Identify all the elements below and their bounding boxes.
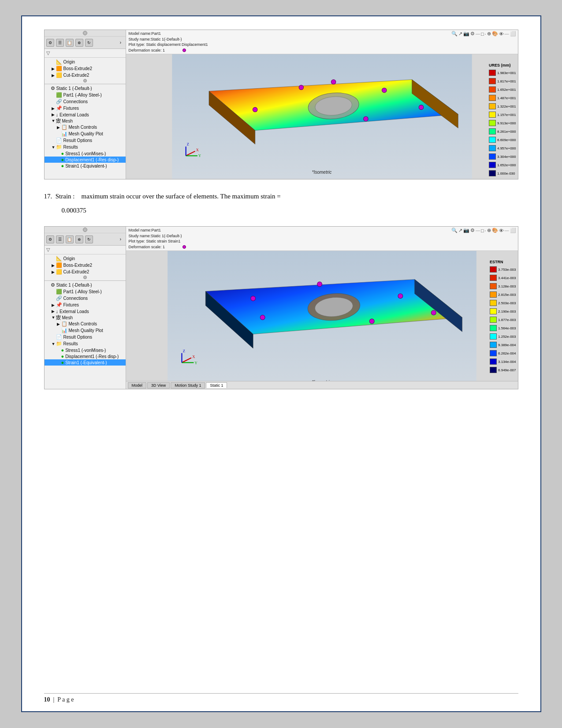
tree-item-mesh-quality[interactable]: 📊 Mesh Quality Plot — [45, 131, 126, 137]
vt-color1-icon[interactable]: 🎨 — [492, 31, 498, 37]
filter2-icon: ▽ — [46, 247, 50, 253]
connections-icon: 🔗 — [56, 99, 62, 105]
leg2-val-6: 1.877e-003 — [498, 318, 516, 322]
tree2-item-boss[interactable]: ▶ 🟧 Boss-Extrude2 — [45, 262, 126, 269]
vt-cube-icon[interactable]: □ — [481, 31, 484, 37]
tree-item-strain1[interactable]: ● Strain1 (-Equivalent-) — [45, 163, 126, 169]
tree2-icon-view[interactable]: 📋 — [66, 235, 74, 243]
tab-motion[interactable]: Motion Study 1 — [171, 382, 205, 388]
vt2-arrow-icon[interactable]: ⊕ — [487, 228, 491, 233]
vt-screen-icon[interactable]: ⬜ — [510, 31, 516, 37]
vt-search-icon[interactable]: 🔍 — [451, 31, 458, 37]
vt-dot-icon[interactable]: · — [485, 31, 486, 37]
le-swatch-9 — [489, 145, 496, 151]
vt2-cursor-icon[interactable]: ↗ — [458, 228, 462, 233]
tree2-item-stress1[interactable]: ● Stress1 (-vonMises-) — [45, 347, 126, 353]
tree2-item-mesh[interactable]: ▼ 🕸 Mesh — [45, 314, 126, 321]
tree-icon-refresh[interactable]: ↻ — [85, 39, 93, 47]
vt2-eye-icon[interactable]: 👁 — [499, 228, 504, 233]
vt-cursor-icon[interactable]: ↗ — [458, 31, 462, 37]
vt2-cube-icon[interactable]: □ — [481, 228, 484, 233]
svg-text:X: X — [192, 355, 195, 359]
tree-item-stress1[interactable]: ● Stress1 (-vonMises-) — [45, 150, 126, 157]
leg2-row-1: 3.441e-003 — [490, 274, 516, 282]
svg-point-6 — [299, 86, 303, 90]
tree-item-mesh-controls[interactable]: ▶ 📋 Mesh Controls — [45, 124, 126, 131]
disp1-icon: ● — [61, 157, 64, 162]
strain-value: 0.000375 — [62, 205, 518, 216]
vt-eye-icon[interactable]: 👁 — [499, 31, 504, 37]
tree-item-connections[interactable]: 🔗 Connections — [45, 98, 126, 105]
tree2-item-fixtures[interactable]: ▶ 📌 Fixtures — [45, 302, 126, 308]
tab-static1[interactable]: Static 1 — [206, 382, 227, 388]
leg2-val-5: 2.190e-003 — [498, 310, 516, 314]
tree-item-fixtures[interactable]: ▶ 📌 Fixtures — [45, 105, 126, 112]
tree2-icon-refresh[interactable]: ↻ — [85, 235, 93, 243]
tree2-item-static1[interactable]: ⚙ Static 1 (-Default-) — [45, 282, 126, 288]
tree-item-static1[interactable]: ⚙ Static 1 (-Default-) — [45, 85, 126, 92]
tab-model[interactable]: Model — [128, 382, 147, 388]
vt-camera-icon[interactable]: 📷 — [463, 31, 469, 37]
tree-expand-arrow[interactable]: › — [118, 39, 124, 47]
legend-2: ESTRN 3.753e-003 3.441e-003 3.128e-003 2… — [490, 260, 516, 374]
tab-3dview[interactable]: 3D View — [147, 382, 170, 388]
leg2-val-12: 6.949e-007 — [498, 368, 516, 372]
tree-item-displacement1[interactable]: ● Displacement1 (-Res disp-) — [45, 157, 126, 163]
tree-body-2: 📐 Origin ▶ 🟧 Boss-Extrude2 ▶ 🟨 Cut-Extru… — [45, 254, 126, 389]
vt-gear-icon[interactable]: ⚙ — [470, 31, 475, 37]
tree2-icon-list[interactable]: ☰ — [56, 235, 64, 243]
tree-item-boss[interactable]: ▶ 🟧 Boss-Extrude2 — [45, 65, 126, 72]
leg2-row-0: 3.753e-003 — [490, 265, 516, 273]
tree2-item-extloads[interactable]: ▶ ↓ External Loads — [45, 308, 126, 314]
cut2-arrow: ▶ — [52, 270, 56, 274]
vt2-search-icon[interactable]: 🔍 — [451, 228, 458, 233]
tree-icon-settings[interactable]: ⚙ — [46, 39, 54, 47]
tree2-icon-settings[interactable]: ⚙ — [46, 235, 54, 243]
vt2-camera-icon[interactable]: 📷 — [463, 228, 469, 233]
viewport-1: Model name:Part1 Study name:Static 1(-De… — [126, 30, 518, 179]
vt-arrow-icon[interactable]: ⊕ — [487, 31, 491, 37]
tree-icon-list[interactable]: ☰ — [56, 39, 64, 47]
tree2-item-origin[interactable]: 📐 Origin — [45, 255, 126, 262]
tree2-item-strain1[interactable]: ● Strain1 (-Equivalent-) — [45, 359, 126, 366]
s2-icon: ● — [61, 347, 64, 353]
vt2-screen-icon[interactable]: ⬜ — [510, 228, 516, 233]
tree2-item-cut[interactable]: ▶ 🟨 Cut-Extrude2 — [45, 269, 126, 275]
page-number: 10 — [44, 696, 50, 703]
tree-icon-view[interactable]: 📋 — [66, 39, 74, 47]
leg2-row-4: 2.503e-003 — [490, 299, 516, 307]
tree2-expand-arrow[interactable]: › — [118, 235, 124, 243]
vt2-color-icon[interactable]: 🎨 — [492, 228, 498, 233]
tree-icon-plus[interactable]: ⊕ — [75, 39, 83, 47]
tree2-label-origin: Origin — [63, 256, 124, 261]
tree-item-cut[interactable]: ▶ 🟨 Cut-Extrude2 — [45, 72, 126, 78]
tree2-icon-plus[interactable]: ⊕ — [75, 235, 83, 243]
tree-item-results[interactable]: ▼ 📁 Results — [45, 144, 126, 150]
filter-icon: ▽ — [46, 50, 50, 56]
tree-label-meshctrl: Mesh Controls — [69, 125, 124, 130]
tree-item-result-options[interactable]: 📄 Result Options — [45, 137, 126, 144]
legend-entries-1: 1.983e+001 1.817e+001 1.652e+001 1.487e+… — [489, 69, 516, 177]
tree-item-extloads[interactable]: ▶ ↓ External Loads — [45, 112, 126, 118]
leg2-swatch-1 — [490, 275, 497, 281]
tree2-item-mesh-controls[interactable]: ▶ 📋 Mesh Controls — [45, 321, 126, 327]
tree-item-origin[interactable]: 📐 Origin — [45, 59, 126, 65]
tree2-item-result-options[interactable]: 📄 Result Options — [45, 334, 126, 340]
tree2-label-static1: Static 1 (-Default-) — [56, 283, 124, 287]
viewport-canvas-2[interactable]: X Y Z *Isometric ESTRN 3.753e-003 3.441e… — [126, 251, 518, 389]
vt2-gear-icon[interactable]: ⚙ — [470, 228, 475, 233]
viewport-canvas-1[interactable]: X Y Z *Isometric URES (mm) 1.983e+001 1.… — [126, 54, 518, 179]
leg2-swatch-11 — [490, 358, 497, 365]
vt2-dot-icon[interactable]: · — [485, 228, 486, 233]
tree2-item-mesh-quality[interactable]: 📊 Mesh Quality Plot — [45, 327, 126, 334]
tree2-item-displacement1[interactable]: ● Displacement1 (-Res disp-) — [45, 353, 126, 359]
tree-item-mesh[interactable]: ▼ 🕸 Mesh — [45, 118, 126, 124]
leg2-row-3: 2.815e-003 — [490, 291, 516, 299]
tree2-item-results[interactable]: ▼ 📁 Results — [45, 340, 126, 347]
tree2-item-connections[interactable]: 🔗 Connections — [45, 295, 126, 302]
strain1-icon: ● — [61, 163, 64, 168]
tree-item-part1[interactable]: 🟩 Part1 (-Alloy Steel-) — [45, 92, 126, 98]
ext2-arrow: ▶ — [52, 309, 56, 314]
legend-row-11: 1.652e+000 — [489, 161, 516, 169]
tree2-item-part1[interactable]: 🟩 Part1 (-Alloy Steel-) — [45, 288, 126, 295]
